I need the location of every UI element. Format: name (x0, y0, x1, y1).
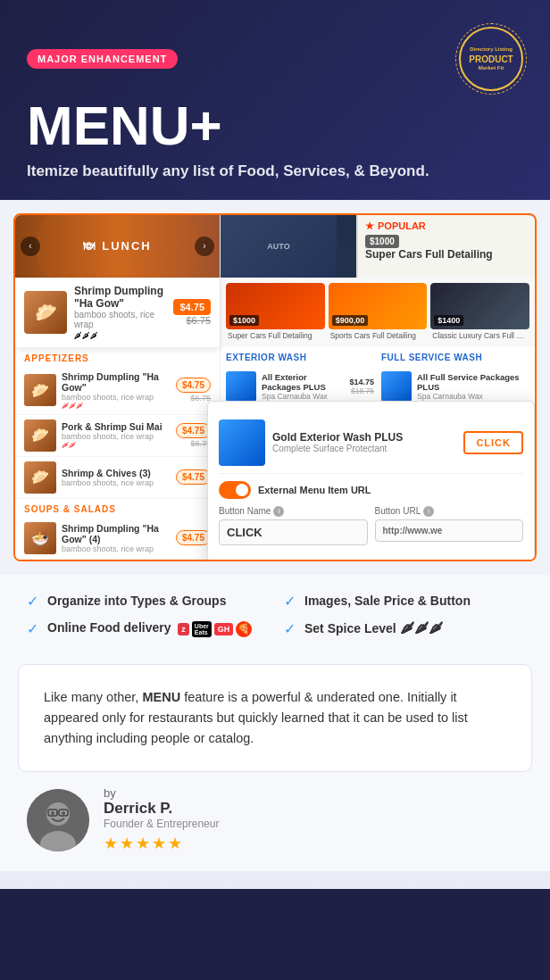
button-name-input[interactable] (219, 519, 368, 545)
item-thumb: 🥟 (24, 374, 56, 406)
featured-car-card: ★ POPULAR $1000 Super Cars Full Detailin… (356, 215, 535, 278)
popup-wash-sub: Complete Surface Protectant (272, 444, 456, 453)
item-desc: bamboo shoots, rice wrap (62, 432, 171, 441)
page-title: MENU+ (27, 98, 523, 154)
wash-name: All Exterior Packages PLUS (262, 372, 344, 392)
item-desc: bamboo shoots, rice wrap (62, 478, 171, 487)
car-img: $1400 (430, 283, 529, 329)
exterior-wash-title: EXTERIOR WASH (226, 353, 374, 362)
item-info: Shrimp Dumpling "Ha Gow" (4) bamboo shoo… (56, 523, 176, 553)
delivery-logos: z UberEats GH 🍕 (178, 621, 252, 637)
check-icon-1: ✓ (27, 593, 38, 610)
featured-price: $4.75 (173, 299, 211, 315)
nav-prev-button[interactable]: ‹ (21, 237, 40, 256)
toggle-switch[interactable] (219, 481, 251, 499)
item-spice: 🌶🌶 (62, 441, 171, 449)
header-section: MAJOR ENHANCEMENT Directory Listing PROD… (0, 0, 550, 200)
toggle-label: External Menu Item URL (258, 485, 371, 495)
section-appetizers: APPETIZERS (15, 348, 220, 367)
avatar-svg (27, 789, 89, 851)
reviewer-title: Founder & Entrepreneur (104, 818, 219, 830)
wash-info: All Exterior Packages PLUS Spa Carnauba … (262, 372, 344, 401)
item-thumb: 🍜 (24, 522, 56, 554)
full-service-wash-title: FULL SERVICE WASH (381, 353, 529, 362)
feature-text-3: Online Food delivery z UberEats GH 🍕 (47, 620, 252, 637)
item-name: Shrimp Dumpling "Ha Gow" (62, 371, 171, 393)
button-url-field: Button URL i (375, 506, 524, 545)
auto-label: AUTO (221, 215, 337, 278)
popup-wash-info: Gold Exterior Wash PLUS Complete Surface… (272, 431, 456, 453)
wash-thumb (381, 371, 412, 402)
item-price-block: $4.75 $6.75 (176, 423, 211, 448)
button-name-label: Button Name i (219, 506, 368, 517)
grubhub-logo: GH (214, 623, 234, 635)
featured-name: Shrimp Dumpling "Ha Gow" (74, 285, 166, 310)
reviewer-by: by (104, 786, 219, 800)
popup-wash-thumb (219, 419, 265, 466)
item-thumb: 🥟 (24, 461, 56, 494)
doordash-logo: 🍕 (236, 621, 252, 637)
page-subtitle: Itemize beautifully any list of Food, Se… (27, 161, 523, 182)
menu-item: 🥟 Shrimp Dumpling "Ha Gow" bamboo shoots… (15, 367, 220, 415)
item-price: $4.75 (176, 469, 211, 485)
feature-item-4: ✓ Set Spice Level 🌶🌶🌶 (284, 620, 523, 637)
item-spice: 🌶🌶🌶 (62, 402, 171, 410)
reviewer-info: by Derrick P. Founder & Entrepreneur ★★★… (104, 786, 219, 853)
feature-item-3: ✓ Online Food delivery z UberEats GH 🍕 (27, 620, 266, 637)
item-info: Pork & Shrimp Sui Mai bamboo shoots, ric… (56, 421, 176, 449)
featured-item: 🥟 Shrimp Dumpling "Ha Gow" bamboo shoots… (15, 278, 220, 348)
item-name: Pork & Shrimp Sui Mai (62, 421, 171, 432)
reviewer-name: Derrick P. (104, 800, 219, 818)
wash-name: All Full Service Packages PLUS (417, 372, 529, 392)
review-stars: ★★★★★ (104, 834, 219, 853)
star-icon: ★ (365, 220, 374, 232)
nav-next-button[interactable]: › (195, 237, 214, 256)
item-price: $4.75 (176, 378, 211, 393)
reviewer-avatar (27, 789, 89, 851)
car-price: $1400 (434, 315, 463, 326)
button-url-input[interactable] (375, 519, 524, 542)
uber-logo: UberEats (192, 621, 212, 637)
car-name: Sports Cars Full Detailing (329, 329, 428, 342)
click-button[interactable]: CLICK (463, 431, 523, 454)
wash-prices: $14.75 $18.75 (349, 378, 374, 395)
car-name: Super Cars Full Detailing (226, 329, 325, 342)
item-price-block: $4.75 (176, 469, 211, 485)
car-img: $1000 (226, 283, 325, 329)
lunch-label: LUNCH (102, 239, 152, 253)
item-thumb: 🥟 (24, 419, 56, 452)
check-icon-4: ✓ (284, 620, 296, 637)
wash-price: $14.75 (349, 378, 374, 386)
food-menu-sidebar: ‹ 🍽 LUNCH › 🥟 Shrimp Dumpling "Ha Gow" b… (15, 215, 221, 560)
check-icon-2: ✓ (284, 593, 296, 610)
features-grid: ✓ Organize into Types & Groups ✓ Images,… (27, 593, 523, 637)
featured-thumb: 🥟 (24, 291, 67, 334)
section-soups: SOUPS & SALADS (15, 499, 220, 518)
popup-overlay: Gold Exterior Wash PLUS Complete Surface… (207, 401, 535, 561)
wash-info: All Full Service Packages PLUS Spa Carna… (417, 372, 529, 401)
major-enhancement-badge: MAJOR ENHANCEMENT (27, 49, 178, 69)
car-price: $900,00 (332, 315, 369, 326)
toggle-row: External Menu Item URL (219, 481, 523, 499)
testimonial-section: Like many other, MENU feature is a power… (0, 655, 550, 872)
featured-car-price: $1000 (365, 235, 399, 248)
badge-row: MAJOR ENHANCEMENT Directory Listing PROD… (27, 27, 523, 91)
info-icon: i (273, 506, 284, 517)
item-name: Shrimp & Chives (3) (62, 468, 171, 478)
svg-point-3 (51, 811, 54, 815)
popular-badge: ★ POPULAR (365, 220, 528, 232)
item-info: Shrimp & Chives (3) bamboo shoots, rice … (56, 468, 176, 487)
car-price: $1000 (229, 315, 259, 326)
feature-text-4: Set Spice Level 🌶🌶🌶 (304, 620, 443, 636)
button-url-label: Button URL i (375, 506, 524, 517)
menu-item: 🍜 Shrimp Dumpling "Ha Gow" (4) bamboo sh… (15, 518, 220, 560)
popular-label: POPULAR (378, 220, 426, 231)
svg-point-4 (62, 811, 65, 815)
wash-sub: Spa Carnauba Wax (262, 392, 344, 401)
menu-item: 🥟 Pork & Shrimp Sui Mai bamboo shoots, r… (15, 415, 220, 457)
check-icon-3: ✓ (27, 620, 38, 637)
feature-item-2: ✓ Images, Sale Price & Button (284, 593, 523, 610)
wash-sub: Spa Carnauba Wax (417, 392, 529, 401)
car-card-2: $900,00 Sports Cars Full Detailing (329, 283, 428, 342)
testimonial-card: Like many other, MENU feature is a power… (18, 664, 532, 773)
